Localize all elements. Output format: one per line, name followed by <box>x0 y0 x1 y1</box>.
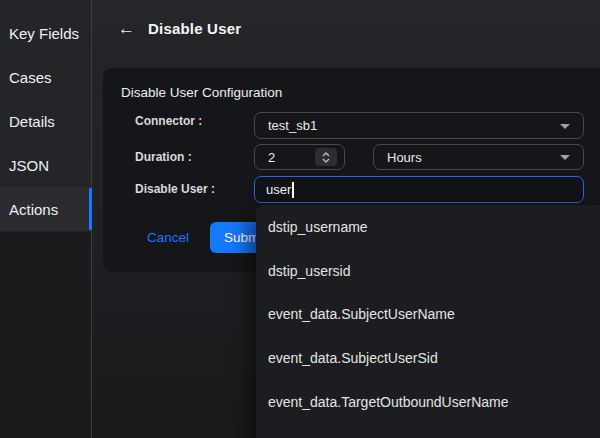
connector-select-value: test_sb1 <box>268 118 317 133</box>
autocomplete-option[interactable]: dstip_username <box>256 205 600 249</box>
connector-select[interactable]: test_sb1 <box>254 112 584 139</box>
duration-number-input[interactable]: 2 <box>254 144 345 170</box>
duration-unit-select[interactable]: Hours <box>373 144 584 170</box>
sidebar-tab-list: Key Fields Cases Details JSON Actions <box>0 0 91 232</box>
caret-down-icon <box>560 124 570 129</box>
sidebar: Key Fields Cases Details JSON Actions <box>0 0 92 438</box>
disable-user-input-value: user <box>266 182 291 197</box>
chevron-down-icon <box>322 158 330 163</box>
duration-value: 2 <box>268 150 275 165</box>
autocomplete-option[interactable]: event_data.SubjectUserName <box>256 292 600 336</box>
cancel-button[interactable]: Cancel <box>138 222 198 253</box>
sidebar-item-details[interactable]: Details <box>0 99 91 143</box>
connector-label: Connector : <box>135 114 202 128</box>
number-stepper[interactable] <box>315 148 337 166</box>
back-arrow-icon[interactable]: ← <box>118 20 135 37</box>
sidebar-item-json[interactable]: JSON <box>0 143 91 187</box>
app-window: Key Fields Cases Details JSON Actions ← … <box>0 0 600 438</box>
sidebar-item-label: JSON <box>9 157 49 174</box>
sidebar-item-key-fields[interactable]: Key Fields <box>0 11 91 55</box>
caret-down-icon <box>560 155 570 160</box>
sidebar-item-label: Cases <box>9 69 52 86</box>
autocomplete-option[interactable]: dstip_usersid <box>256 249 600 293</box>
page-header: ← Disable User <box>118 20 241 37</box>
main-panel: ← Disable User Disable User Configuratio… <box>92 0 600 438</box>
disable-user-input[interactable]: user <box>254 176 584 203</box>
card-title: Disable User Configuration <box>121 85 282 100</box>
duration-unit-value: Hours <box>387 150 422 165</box>
chevron-up-icon <box>322 152 330 157</box>
sidebar-item-label: Actions <box>9 201 58 218</box>
autocomplete-option[interactable]: event_data.TargetOutboundUserName <box>256 380 600 424</box>
sidebar-item-label: Details <box>9 113 55 130</box>
autocomplete-dropdown: dstip_username dstip_usersid event_data.… <box>256 205 600 438</box>
disable-user-label: Disable User : <box>135 182 215 196</box>
autocomplete-option[interactable]: event_data.SubjectUserSid <box>256 336 600 380</box>
sidebar-item-cases[interactable]: Cases <box>0 55 91 99</box>
sidebar-item-label: Key Fields <box>9 25 79 42</box>
sidebar-item-actions[interactable]: Actions <box>0 187 91 231</box>
duration-label: Duration : <box>135 150 192 164</box>
page-title: Disable User <box>148 20 241 37</box>
text-cursor <box>292 182 294 198</box>
